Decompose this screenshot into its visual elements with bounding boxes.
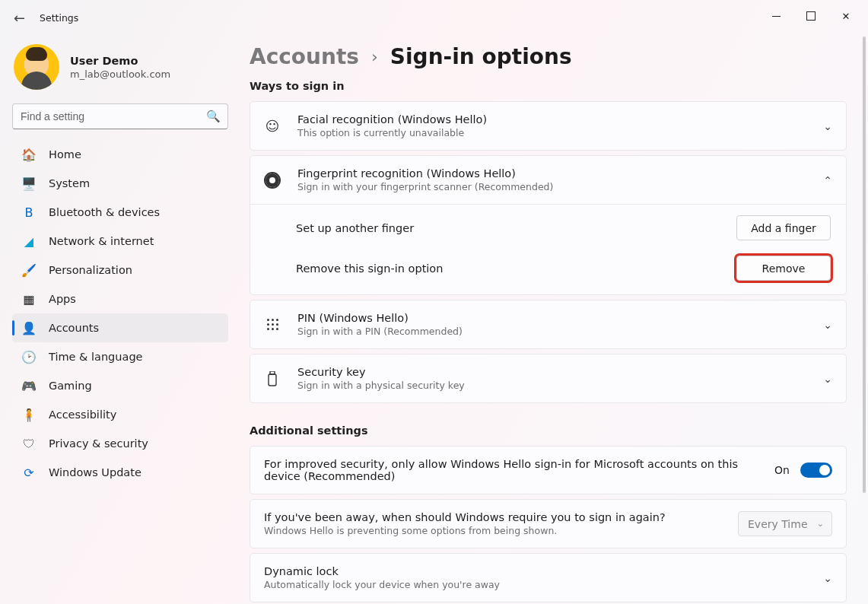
option-title: Security key [297,366,814,378]
setting-title: Dynamic lock [264,565,814,577]
nav-privacy[interactable]: 🛡Privacy & security [12,429,228,458]
nav-home[interactable]: 🏠Home [12,140,228,169]
fingerprint-remove-row: Remove this sign-in option Remove [250,251,846,294]
nav-label: Home [49,148,81,161]
fingerprint-icon [264,172,281,189]
setting-require-signin: If you've been away, when should Windows… [250,500,846,548]
option-subtitle: Sign in with a physical security key [297,380,814,391]
option-security-key[interactable]: Security key Sign in with a physical sec… [250,354,846,402]
require-signin-select[interactable]: Every Time ⌄ [738,511,832,536]
nav-label: Time & language [49,351,143,363]
chevron-down-icon: ⌄ [817,519,824,529]
bluetooth-icon: B [21,205,37,220]
update-icon: ⟳ [21,465,37,480]
nav-accessibility[interactable]: 🧍Accessibility [12,400,228,429]
nav-gaming[interactable]: 🎮Gaming [12,371,228,400]
apps-icon: ▦ [21,291,37,307]
chevron-right-icon: › [371,47,378,66]
setting-text: For improved security, only allow Window… [264,458,751,482]
option-pin[interactable]: PIN (Windows Hello) Sign in with a PIN (… [250,300,846,348]
option-subtitle: This option is currently unavailable [297,127,814,138]
breadcrumb-parent[interactable]: Accounts [250,44,359,69]
back-button[interactable]: ← [14,10,30,26]
nav-label: Accounts [49,322,99,334]
nav-personalization[interactable]: 🖌️Personalization [12,256,228,285]
shield-icon: 🛡 [21,436,37,451]
app-title: Settings [40,12,78,24]
nav-system[interactable]: 🖥️System [12,169,228,198]
hello-only-toggle[interactable] [800,463,832,478]
accessibility-icon: 🧍 [21,407,37,422]
section-additional-settings: Additional settings [250,424,847,437]
fingerprint-add-row: Set up another finger Add a finger [250,205,846,251]
option-title: PIN (Windows Hello) [297,312,814,324]
system-icon: 🖥️ [21,176,37,191]
nav-label: Network & internet [49,235,154,247]
setting-dynamic-lock[interactable]: Dynamic lock Automatically lock your dev… [250,554,846,602]
setting-subtext: Windows Hello is preventing some options… [264,525,738,536]
toggle-state-label: On [774,464,790,476]
nav-label: Privacy & security [49,437,148,450]
chevron-down-icon: ⌄ [823,319,832,331]
chevron-down-icon: ⌄ [823,572,832,584]
svg-rect-1 [269,374,276,386]
nav-label: System [49,177,90,189]
option-facial-recognition[interactable]: ☺ Facial recognition (Windows Hello) Thi… [250,102,846,150]
search-input[interactable] [12,103,228,129]
option-subtitle: Sign in with a PIN (Recommended) [297,326,814,337]
remove-option-label: Remove this sign-in option [296,262,736,275]
person-icon: 👤 [21,320,37,335]
chevron-down-icon: ⌄ [823,373,832,385]
user-name: User Demo [70,55,170,67]
nav-time-language[interactable]: 🕑Time & language [12,342,228,371]
wifi-icon: ◢ [21,234,37,249]
user-email: m_lab@outlook.com [70,68,170,80]
setting-hello-only: For improved security, only allow Window… [250,447,846,494]
search-icon: 🔍 [206,110,221,123]
nav-windows-update[interactable]: ⟳Windows Update [12,458,228,487]
nav-label: Accessibility [49,408,116,421]
brush-icon: 🖌️ [21,262,37,278]
scrollbar-thumb[interactable] [863,37,866,493]
user-profile[interactable]: User Demo m_lab@outlook.com [14,44,227,90]
pin-icon [264,319,281,330]
clock-globe-icon: 🕑 [21,349,37,364]
chevron-up-icon: ⌃ [823,174,832,186]
remove-button[interactable]: Remove [736,256,831,281]
home-icon: 🏠 [21,147,37,162]
option-subtitle: Sign in with your fingerprint scanner (R… [297,181,814,192]
face-icon: ☺ [264,118,281,134]
nav-apps[interactable]: ▦Apps [12,285,228,313]
option-title: Fingerprint recognition (Windows Hello) [297,167,814,180]
page-title: Sign-in options [390,44,572,69]
add-finger-label: Set up another finger [296,222,736,234]
window-maximize-button[interactable] [793,5,828,27]
select-value: Every Time [748,518,808,530]
nav-label: Bluetooth & devices [49,206,160,218]
nav-network[interactable]: ◢Network & internet [12,227,228,256]
window-minimize-button[interactable] [758,5,793,27]
nav-label: Apps [49,293,76,305]
chevron-down-icon: ⌄ [823,120,832,132]
section-ways-to-sign-in: Ways to sign in [250,80,847,92]
add-finger-button[interactable]: Add a finger [736,215,831,240]
window-close-button[interactable]: ✕ [828,5,863,27]
option-fingerprint-recognition[interactable]: Fingerprint recognition (Windows Hello) … [250,156,846,204]
breadcrumb: Accounts › Sign-in options [250,44,847,69]
nav-label: Gaming [49,380,92,392]
nav-accounts[interactable]: 👤Accounts [12,313,228,342]
scrollbar[interactable] [863,37,866,599]
setting-subtext: Automatically lock your device when you'… [264,579,814,590]
option-title: Facial recognition (Windows Hello) [297,113,814,126]
avatar [14,44,59,90]
setting-text: If you've been away, when should Windows… [264,511,738,523]
nav-label: Windows Update [49,466,141,478]
nav-list: 🏠Home 🖥️System BBluetooth & devices ◢Net… [12,140,228,487]
nav-label: Personalization [49,264,132,276]
usb-key-icon [264,371,281,386]
nav-bluetooth[interactable]: BBluetooth & devices [12,198,228,227]
gamepad-icon: 🎮 [21,378,37,393]
